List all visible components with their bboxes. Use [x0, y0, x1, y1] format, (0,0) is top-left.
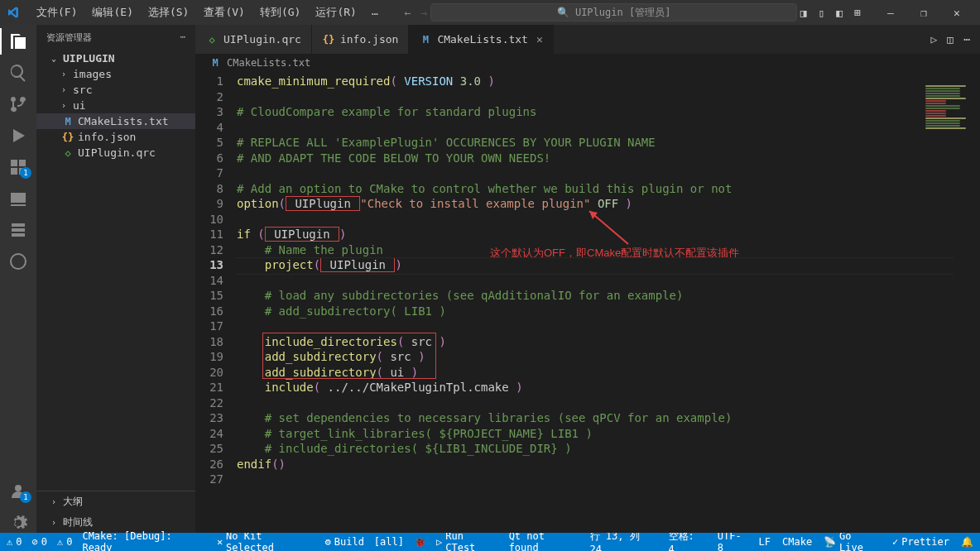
code-line[interactable]: # include_directories( ${LIB1_INCLUDE_DI… [237, 441, 980, 457]
chevron-right-icon: › [61, 85, 70, 94]
close-tab-icon[interactable]: ✕ [536, 33, 543, 46]
menu-item[interactable]: 运行(R) [309, 3, 363, 22]
toggle-panel-bottom-icon[interactable]: ▯ [819, 7, 825, 19]
tree-item[interactable]: ›ui [36, 98, 195, 113]
status-item[interactable]: ▷Run CTest [436, 530, 499, 551]
run-icon[interactable]: ▷ [931, 33, 938, 46]
code-line[interactable] [237, 165, 980, 181]
tree-item[interactable]: ›src [36, 82, 195, 98]
tree-item-label: UIPlugin.qrc [78, 146, 156, 159]
status-item[interactable]: ⊘0 [31, 530, 46, 551]
chevron-right-icon: › [51, 518, 60, 527]
sidebar-more-icon[interactable]: ⋯ [180, 31, 185, 44]
tree-root[interactable]: ⌄ UIPLUGIN [36, 50, 195, 66]
run-debug-icon[interactable] [8, 126, 28, 146]
menu-item[interactable]: … [365, 3, 385, 22]
tree-item[interactable]: {}info.json [36, 129, 195, 145]
search-icon[interactable] [8, 63, 28, 83]
settings-gear-icon[interactable] [8, 513, 28, 533]
tab[interactable]: MCMakeLists.txt✕ [409, 25, 553, 54]
tree-item[interactable]: ◇UIPlugin.qrc [36, 145, 195, 161]
breadcrumb[interactable]: M CMakeLists.txt [195, 54, 980, 72]
code-line[interactable] [237, 89, 980, 105]
tab-actions: ▷ ◫ ⋯ [921, 25, 980, 54]
extensions-icon[interactable]: 1 [8, 157, 28, 177]
code-line[interactable]: # set dependencies to necessary librarie… [237, 410, 980, 426]
toggle-panel-right-icon[interactable]: ◧ [836, 7, 843, 19]
close-icon[interactable]: ✕ [940, 7, 973, 19]
code-line[interactable]: # Add an option to CMake to control whet… [237, 181, 980, 197]
tab-label: UIPlugin.qrc [223, 33, 301, 46]
nav-forward-icon[interactable]: → [421, 7, 428, 19]
json-file-icon: {} [61, 132, 74, 143]
customize-layout-icon[interactable]: ⊞ [854, 7, 861, 19]
menu-item[interactable]: 查看(V) [197, 3, 251, 22]
code-line[interactable]: # add_subdirectory( LIB1 ) [237, 304, 980, 319]
code-line[interactable]: # load any subdirectories (see qAddition… [237, 288, 980, 304]
source-control-icon[interactable] [8, 94, 28, 114]
status-icon: 🔔 [961, 536, 973, 548]
tree-item[interactable]: MCMakeLists.txt [36, 113, 195, 129]
menu-item[interactable]: 编辑(E) [85, 3, 139, 22]
status-item[interactable]: 🐞 [414, 530, 426, 551]
more-icon[interactable]: ⋯ [963, 33, 970, 46]
code-line[interactable]: include( ../../CMakePluginTpl.cmake ) [237, 380, 980, 395]
sidebar-section[interactable]: ›大纲 [36, 491, 195, 512]
code-editor[interactable]: 1234567891011121314151617181920212223242… [195, 72, 980, 533]
remote-icon[interactable] [8, 189, 28, 208]
minimap[interactable] [922, 84, 980, 167]
sidebar-title-label: 资源管理器 [46, 31, 92, 44]
menu-item[interactable]: 文件(F) [30, 3, 84, 22]
extensions-badge: 1 [20, 167, 31, 179]
code-line[interactable]: # REPLACE ALL 'ExamplePlugin' OCCURENCES… [237, 135, 980, 151]
status-bar: ⚠0⊘0⚠0CMake: [Debug]: Ready✕No Kit Selec… [0, 533, 980, 551]
explorer-icon[interactable] [8, 31, 28, 51]
command-center[interactable]: 🔍 UIPlugin [管理员] [430, 3, 796, 22]
status-icon: ⊘ [31, 536, 37, 548]
qrc-file-icon: ◇ [205, 34, 219, 46]
status-item[interactable]: ⚠0 [57, 530, 72, 551]
code-line[interactable]: # CloudCompare example for standard plug… [237, 104, 980, 120]
status-item[interactable]: ⚠0 [7, 530, 22, 551]
status-icon: 📡 [824, 536, 836, 548]
vscode-logo-icon [7, 6, 20, 19]
minimize-icon[interactable]: — [874, 7, 907, 19]
code-line[interactable] [237, 120, 980, 136]
code-line[interactable]: # AND ADAPT THE CODE BELOW TO YOUR OWN N… [237, 151, 980, 166]
tree-item-label: CMakeLists.txt [78, 115, 169, 127]
status-item[interactable]: [all] [374, 530, 404, 551]
code-line[interactable] [237, 273, 980, 289]
status-item[interactable]: Qt not found [509, 530, 580, 551]
code-line[interactable]: # target_link_libraries( ${PROJECT_NAME}… [237, 426, 980, 442]
tab[interactable]: {}info.json [312, 25, 409, 54]
code-line[interactable] [237, 472, 980, 487]
sidebar: 资源管理器 ⋯ ⌄ UIPLUGIN ›images›src›uiMCMakeL… [36, 25, 195, 533]
code-line[interactable]: cmake_minimum_required( VERSION 3.0 ) [237, 74, 980, 89]
annotation-arrow-icon [583, 204, 632, 246]
code-line[interactable]: project( UIPlugin ) [237, 257, 980, 273]
tree-item-label: images [73, 68, 112, 80]
split-editor-icon[interactable]: ◫ [947, 33, 954, 46]
menu-item[interactable]: 选择(S) [142, 3, 195, 22]
editor-group: ◇UIPlugin.qrc{}info.jsonMCMakeLists.txt✕… [195, 25, 980, 533]
qrc-file-icon: ◇ [61, 147, 74, 159]
tree-item-label: src [73, 84, 92, 96]
chevron-down-icon: ⌄ [51, 54, 60, 63]
tab[interactable]: ◇UIPlugin.qrc [195, 25, 312, 54]
edge-icon[interactable] [8, 252, 28, 271]
tree-root-label: UIPLUGIN [63, 52, 115, 65]
nav-back-icon[interactable]: ← [405, 7, 411, 19]
menu-item[interactable]: 转到(G) [253, 3, 307, 22]
database-icon[interactable] [8, 220, 28, 240]
code-line[interactable]: endif() [237, 457, 980, 472]
status-item[interactable]: CMake: [Debug]: Ready [82, 530, 206, 551]
maximize-icon[interactable]: ❐ [907, 7, 940, 19]
toggle-panel-left-icon[interactable]: ◨ [800, 7, 807, 19]
status-item[interactable]: ✕No Kit Selected [217, 530, 315, 551]
code-line[interactable] [237, 395, 980, 411]
code-content[interactable]: 这个默认为OFF，即CMake配置时默认不配置该插件 cmake_minimum… [237, 72, 980, 533]
tree-item[interactable]: ›images [36, 66, 195, 82]
status-item[interactable]: ⚙Build [325, 530, 364, 551]
account-icon[interactable]: 1 [8, 482, 28, 501]
nav-arrows: ← → [405, 7, 428, 19]
